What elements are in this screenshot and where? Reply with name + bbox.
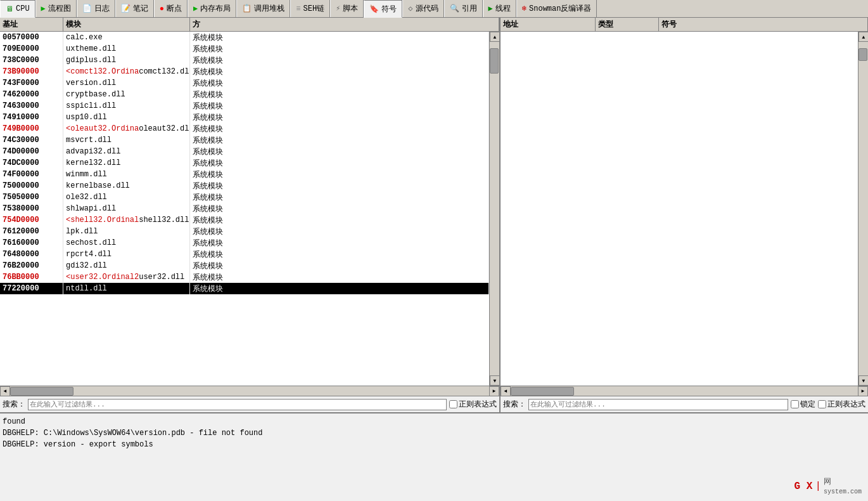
table-row[interactable]: 754D0000<shell32.Ordinal shell32.dll系统模块 — [0, 214, 489, 226]
tab-mem[interactable]: ▶ 内存布局 — [188, 0, 236, 17]
cell-addr: 74630000 — [0, 100, 63, 112]
cell-addr: 74910000 — [0, 112, 63, 123]
src-icon: ◇ — [408, 4, 412, 13]
tab-seh[interactable]: ≡ SEH链 — [290, 0, 330, 17]
left-table-with-scroll: 00570000calc.exe系统模块709E0000uxtheme.dll系… — [0, 32, 499, 386]
left-table-body[interactable]: 00570000calc.exe系统模块709E0000uxtheme.dll系… — [0, 32, 489, 386]
note-icon: 📝 — [121, 4, 131, 13]
tab-thread[interactable]: ▶ 线程 — [483, 0, 516, 17]
table-row[interactable]: 76B20000gdi32.dll系统模块 — [0, 260, 489, 271]
tab-call-label: 调用堆栈 — [254, 3, 284, 14]
left-filter-input[interactable] — [28, 399, 447, 410]
table-row[interactable]: 75050000ole32.dll系统模块 — [0, 192, 489, 203]
tab-sym-label: 符号 — [381, 4, 397, 15]
tab-src[interactable]: ◇ 源代码 — [402, 0, 444, 17]
right-filter-label: 搜索： — [503, 399, 526, 410]
left-scroll-thumb-h[interactable] — [10, 387, 73, 396]
tab-snow[interactable]: ❄ Snowman反编译器 — [516, 0, 597, 17]
table-row[interactable]: 75380000shlwapi.dll系统模块 — [0, 203, 489, 214]
table-row[interactable]: 76120000lpk.dll系统模块 — [0, 226, 489, 237]
table-row[interactable]: 709E0000uxtheme.dll系统模块 — [0, 43, 489, 55]
cell-addr: 76BB0000 — [0, 271, 63, 283]
table-row[interactable]: 74C30000msvcrt.dll系统模块 — [0, 134, 489, 146]
cell-module: advapi32.dll — [63, 146, 190, 157]
right-table-body[interactable] — [501, 32, 858, 386]
right-v-scrollbar[interactable]: ▲ ▼ — [858, 32, 868, 386]
table-row[interactable]: 738C0000gdiplus.dll系统模块 — [0, 55, 489, 66]
tab-note[interactable]: 📝 笔记 — [115, 0, 154, 17]
cell-addr: 75380000 — [0, 203, 63, 214]
left-filter-bar: 搜索： 正则表达式 — [0, 396, 499, 412]
right-lock-checkbox[interactable] — [791, 400, 799, 408]
tab-sym[interactable]: 🔖 符号 — [364, 0, 402, 18]
left-scroll-down[interactable]: ▼ — [490, 375, 499, 386]
table-row[interactable]: 74F00000winmm.dll系统模块 — [0, 169, 489, 180]
right-scroll-right[interactable]: ► — [858, 386, 868, 396]
table-row[interactable]: 749B0000<oleaut32.Ordina oleaut32.dll系统模… — [0, 123, 489, 134]
right-scroll-track-h[interactable] — [511, 386, 858, 396]
right-scroll-left[interactable]: ◄ — [501, 386, 511, 396]
cell-fang: 系统模块 — [190, 169, 489, 180]
tab-cpu[interactable]: 🖥 CPU — [0, 0, 35, 18]
cell-fang: 系统模块 — [190, 180, 489, 192]
tab-break[interactable]: ● 断点 — [154, 0, 188, 17]
left-panel: 基址 模块 方 00570000calc.exe系统模块709E0000uxth… — [0, 18, 501, 412]
table-row[interactable]: 74DC0000kernel32.dll系统模块 — [0, 157, 489, 169]
table-row[interactable]: 76480000rpcrt4.dll系统模块 — [0, 249, 489, 260]
left-scroll-thumb[interactable] — [490, 48, 499, 74]
cell-fang: 系统模块 — [190, 89, 489, 100]
left-scroll-up[interactable]: ▲ — [490, 32, 499, 42]
right-scroll-down[interactable]: ▼ — [858, 375, 868, 386]
left-scroll-track-h[interactable] — [10, 386, 489, 396]
table-row[interactable]: 75000000kernelbase.dll系统模块 — [0, 180, 489, 192]
left-regex-checkbox[interactable] — [449, 400, 457, 408]
cell-fang: 系统模块 — [190, 271, 489, 283]
cell-module: usp10.dll — [63, 112, 190, 123]
cell-fang: 系统模块 — [190, 32, 489, 43]
right-scroll-track[interactable] — [858, 42, 868, 375]
table-row[interactable]: 76160000sechost.dll系统模块 — [0, 237, 489, 249]
table-row[interactable]: 74620000cryptbase.dll系统模块 — [0, 89, 489, 100]
tab-script[interactable]: ⚡ 脚本 — [330, 0, 364, 17]
cell-addr: 74C30000 — [0, 134, 63, 146]
break-icon: ● — [160, 4, 164, 13]
tab-flow-label: 流程图 — [48, 3, 71, 14]
cell-fang: 系统模块 — [190, 112, 489, 123]
table-row[interactable]: 743F0000version.dll系统模块 — [0, 77, 489, 89]
right-scroll-thumb[interactable] — [858, 48, 867, 61]
cell-module: version.dll — [63, 77, 190, 89]
table-row[interactable]: 76BB0000<user32.Ordinal2 user32.dll系统模块 — [0, 271, 489, 283]
cell-module: sspicli.dll — [63, 100, 190, 112]
cell-module: sechost.dll — [63, 237, 190, 249]
cpu-icon: 🖥 — [6, 4, 13, 14]
cell-fang: 系统模块 — [190, 192, 489, 203]
log-icon: 📄 — [82, 4, 92, 13]
bottom-area: foundDBGHELP: C:\Windows\SysWOW64\versio… — [0, 412, 868, 501]
left-scroll-right[interactable]: ► — [489, 386, 499, 396]
cell-fang: 系统模块 — [190, 203, 489, 214]
right-filter-input[interactable] — [528, 399, 788, 410]
table-row[interactable]: 74910000usp10.dll系统模块 — [0, 112, 489, 123]
cell-module: ntdll.dll — [63, 283, 190, 294]
right-regex-checkbox[interactable] — [818, 400, 826, 408]
tab-flow[interactable]: ▶ 流程图 — [35, 0, 77, 17]
table-row[interactable]: 74630000sspicli.dll系统模块 — [0, 100, 489, 112]
right-regex-checkbox-label: 正则表达式 — [818, 399, 865, 410]
tab-call[interactable]: 📋 调用堆栈 — [236, 0, 290, 17]
right-scroll-thumb-h[interactable] — [511, 387, 574, 396]
table-row[interactable]: 00570000calc.exe系统模块 — [0, 32, 489, 43]
left-scroll-left[interactable]: ◄ — [0, 386, 10, 396]
left-v-scrollbar[interactable]: ▲ ▼ — [489, 32, 499, 386]
left-scroll-h[interactable]: ◄ ► — [0, 386, 499, 396]
right-scroll-up[interactable]: ▲ — [858, 32, 868, 42]
mem-icon: ▶ — [193, 4, 198, 13]
table-row[interactable]: 74D00000advapi32.dll系统模块 — [0, 146, 489, 157]
left-scroll-track[interactable] — [490, 42, 499, 375]
tab-bar: 🖥 CPU ▶ 流程图 📄 日志 📝 笔记 ● 断点 ▶ 内存布局 📋 调用堆栈… — [0, 0, 868, 18]
right-scroll-h[interactable]: ◄ ► — [501, 386, 868, 396]
tab-ref[interactable]: 🔍 引用 — [444, 0, 483, 17]
table-row[interactable]: 77220000ntdll.dll系统模块 — [0, 283, 489, 294]
tab-log[interactable]: 📄 日志 — [77, 0, 115, 17]
table-row[interactable]: 73B90000<comctl32.Ordina comctl32.dll系统模… — [0, 66, 489, 77]
cell-addr: 73B90000 — [0, 66, 63, 77]
